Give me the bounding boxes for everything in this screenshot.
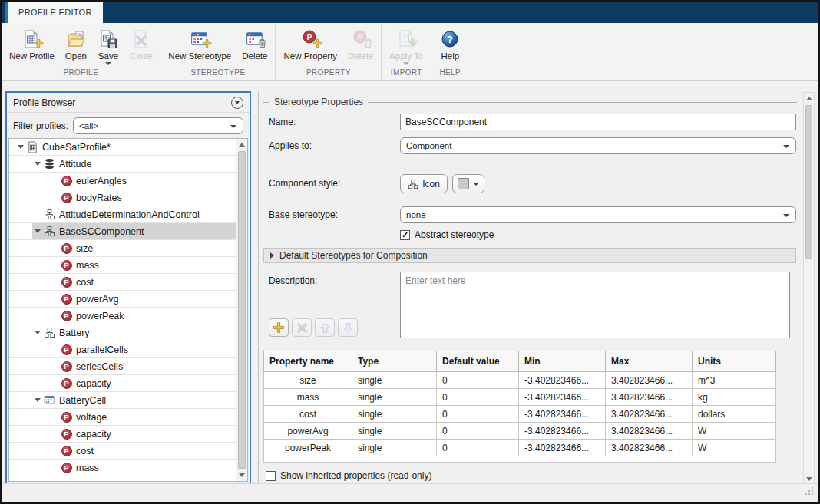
cell-max[interactable]: 3.402823466...: [606, 440, 693, 456]
apply-to-dropdown-arrow[interactable]: [403, 62, 409, 65]
cell-min[interactable]: -3.402823466...: [519, 372, 606, 389]
table-row-cost[interactable]: costsingle0-3.402823466...3.402823466...…: [264, 406, 776, 423]
tree-item-BatteryCell[interactable]: BatteryCell: [9, 392, 236, 409]
applies-to-dropdown[interactable]: Component: [400, 137, 796, 154]
save-button[interactable]: Save: [93, 27, 124, 67]
column-header-type[interactable]: Type: [352, 351, 437, 372]
scrollbar-thumb[interactable]: [805, 105, 812, 259]
scroll-down-icon[interactable]: [236, 469, 247, 481]
cell-default-value[interactable]: 0: [437, 423, 519, 440]
tree-item-capacity[interactable]: Pcapacity: [9, 426, 236, 443]
expand-arrow-icon[interactable]: [32, 331, 43, 334]
help-button[interactable]: ? Help: [435, 27, 465, 62]
column-header-max[interactable]: Max: [606, 351, 693, 372]
cell-type[interactable]: single: [352, 406, 437, 423]
cell-min[interactable]: -3.402823466...: [519, 423, 606, 440]
close-button[interactable]: Close: [125, 27, 157, 62]
cell-property-name[interactable]: powerPeak: [264, 440, 352, 456]
column-header-property-name[interactable]: Property name: [264, 351, 352, 372]
cell-default-value[interactable]: 0: [437, 372, 519, 389]
cell-property-name[interactable]: mass: [264, 389, 352, 406]
cell-property-name[interactable]: size: [264, 372, 352, 389]
cell-type[interactable]: single: [352, 423, 437, 440]
tree-item-Battery[interactable]: Battery: [9, 324, 236, 341]
tree-item-capacity[interactable]: Pcapacity: [9, 375, 236, 392]
new-stereotype-button[interactable]: New Stereotype: [164, 27, 236, 62]
tree-item-bodyRates[interactable]: PbodyRates: [9, 189, 236, 206]
column-header-default-value[interactable]: Default value: [437, 351, 519, 372]
tree-item-parallelCells[interactable]: PparallelCells: [9, 341, 236, 358]
cell-max[interactable]: 3.402823466...: [606, 372, 693, 389]
table-row-powerAvg[interactable]: powerAvgsingle0-3.402823466...3.40282346…: [264, 423, 776, 440]
delete-property-button[interactable]: P Delete: [343, 27, 378, 62]
cell-default-value[interactable]: 0: [437, 440, 519, 456]
move-down-button[interactable]: [338, 318, 358, 337]
abstract-stereotype-checkbox[interactable]: ✓: [400, 230, 410, 240]
tree-item-BaseSCComponent[interactable]: BaseSCComponent: [9, 223, 236, 240]
cell-property-name[interactable]: cost: [264, 406, 352, 423]
tree-item-seriesCells[interactable]: PseriesCells: [9, 358, 236, 375]
tree-item-CubeSatProfile[interactable]: CubeSatProfile*: [9, 139, 236, 156]
expand-arrow-icon[interactable]: [32, 229, 43, 233]
cell-min[interactable]: -3.402823466...: [519, 440, 606, 456]
resize-grip-icon[interactable]: [805, 485, 814, 499]
new-profile-button[interactable]: New Profile: [5, 27, 59, 62]
cell-default-value[interactable]: 0: [437, 389, 519, 406]
cell-type[interactable]: single: [352, 389, 437, 406]
panel-menu-icon[interactable]: [231, 97, 243, 109]
scroll-up-icon[interactable]: [804, 93, 814, 104]
table-row-mass[interactable]: masssingle0-3.402823466...3.402823466...…: [264, 389, 776, 406]
tree-item-eulerAngles[interactable]: PeulerAngles: [9, 173, 236, 189]
component-color-dropdown[interactable]: [452, 174, 484, 193]
tree-item-mass[interactable]: Pmass: [9, 460, 236, 476]
cell-max[interactable]: 3.402823466...: [606, 389, 693, 406]
component-style-icon-button[interactable]: Icon: [400, 174, 448, 193]
vertical-scrollbar[interactable]: [803, 92, 815, 486]
table-row-size[interactable]: sizesingle0-3.402823466...3.402823466...…: [264, 372, 776, 389]
cell-units[interactable]: W: [693, 423, 776, 440]
show-inherited-checkbox[interactable]: [266, 471, 276, 481]
tree-scrollbar[interactable]: [236, 139, 247, 481]
tree-scrollbar-thumb[interactable]: [238, 151, 246, 469]
cell-max[interactable]: 3.402823466...: [606, 406, 693, 423]
column-header-min[interactable]: Min: [519, 351, 606, 372]
cell-default-value[interactable]: 0: [437, 406, 519, 423]
cell-units[interactable]: W: [693, 440, 776, 456]
add-property-button[interactable]: [269, 318, 289, 337]
new-property-button[interactable]: P New Property: [279, 27, 342, 62]
cell-units[interactable]: kg: [693, 389, 776, 406]
delete-stereotype-button[interactable]: Delete: [237, 27, 272, 62]
column-header-units[interactable]: Units: [693, 351, 776, 372]
move-up-button[interactable]: [315, 318, 335, 337]
tree-item-cost[interactable]: Pcost: [9, 274, 236, 291]
expand-arrow-icon[interactable]: [15, 145, 26, 149]
tree-item-Attitude[interactable]: Attitude: [9, 156, 236, 173]
apply-to-button[interactable]: Apply To: [385, 27, 428, 67]
tree-item-mass[interactable]: Pmass: [9, 257, 236, 274]
cell-units[interactable]: dollars: [693, 406, 776, 423]
tree-item-cost[interactable]: Pcost: [9, 443, 236, 460]
cell-type[interactable]: single: [352, 440, 437, 456]
name-input[interactable]: [400, 114, 796, 130]
tree-item-powerPeak[interactable]: PpowerPeak: [9, 308, 236, 324]
cell-min[interactable]: -3.402823466...: [519, 406, 606, 423]
tree-item-powerAvg[interactable]: PpowerAvg: [9, 291, 236, 308]
tree-item-size[interactable]: Psize: [9, 240, 236, 257]
cell-min[interactable]: -3.402823466...: [519, 389, 606, 406]
expand-arrow-icon[interactable]: [32, 162, 43, 166]
expand-arrow-icon[interactable]: [32, 398, 43, 402]
tree-item-AttitudeDeterminationAndControl[interactable]: AttitudeDeterminationAndControl: [9, 206, 236, 223]
save-dropdown-arrow[interactable]: [105, 62, 111, 65]
delete-property-row-button[interactable]: [292, 318, 312, 337]
open-button[interactable]: Open: [61, 27, 91, 62]
scroll-up-icon[interactable]: [236, 139, 247, 150]
cell-units[interactable]: m^3: [693, 372, 776, 389]
tab-profile-editor[interactable]: PROFILE EDITOR: [8, 2, 103, 23]
description-textarea[interactable]: [400, 272, 790, 338]
cell-property-name[interactable]: powerAvg: [264, 423, 352, 440]
cell-max[interactable]: 3.402823466...: [606, 423, 693, 440]
default-stereotypes-section[interactable]: Default Stereotypes for Composition: [263, 248, 796, 263]
base-stereotype-dropdown[interactable]: none: [400, 206, 796, 223]
tree-item-voltage[interactable]: Pvoltage: [9, 409, 236, 426]
cell-type[interactable]: single: [352, 372, 437, 389]
